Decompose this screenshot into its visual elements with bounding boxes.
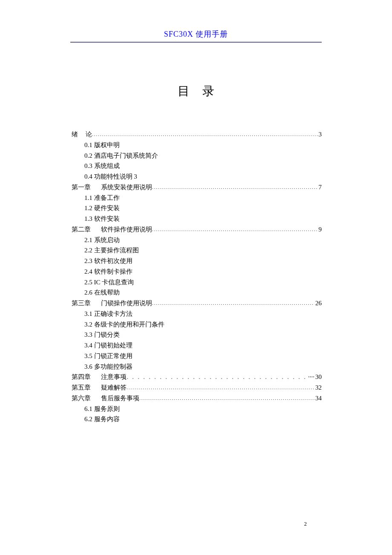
toc-leader-dots: ........................................… <box>139 394 314 402</box>
toc-intro: 绪 论 ....................................… <box>72 129 322 140</box>
toc-sub-item: 0.3 系统组成 <box>84 161 322 171</box>
toc-chapter-1: 第一章 系统安装使用说明 ...........................… <box>72 182 322 193</box>
document-header: SFC30X 使用手册 <box>70 0 322 43</box>
toc-chapter-label: 第六章 <box>72 393 91 404</box>
toc-leader-circles: 。。。。。。。。。。。。。。。。。。。。。。。。。。。。。。。。。。。。。。。。… <box>127 374 307 381</box>
toc-page-number: 34 <box>315 393 322 404</box>
toc-sub-item: 2.6 在线帮助 <box>84 287 322 298</box>
toc-sub-item: 3.6 多功能控制器 <box>84 361 322 372</box>
toc-chapter-label: 绪 <box>72 129 86 140</box>
toc-chapter-label: 第四章 <box>72 372 91 382</box>
toc-leader-dots: ........................................… <box>152 299 314 307</box>
toc-main-title: 目录 <box>0 83 392 99</box>
toc-sub-item: 3.2 各级卡的使用和开门条件 <box>84 319 322 330</box>
toc-chapter-title: 系统安装使用说明 <box>101 182 152 193</box>
toc-leader-dots: ........................................… <box>92 130 318 138</box>
toc-chapter-3: 第三章 门锁操作使用说明 ...........................… <box>72 298 322 309</box>
table-of-contents: 绪 论 ....................................… <box>72 129 322 425</box>
toc-chapter-5: 第五章 疑难解答 ...............................… <box>72 382 322 393</box>
toc-sub-item: 6.2 服务内容 <box>84 414 322 425</box>
toc-chapter-title: 软件操作使用说明 <box>101 224 152 235</box>
toc-page-number: 30 <box>315 372 322 382</box>
toc-chapter-label: 第五章 <box>72 382 91 393</box>
toc-sub-item: 2.3 软件初次使用 <box>84 256 322 266</box>
toc-chapter-title: 疑难解答 <box>101 382 127 393</box>
toc-sub-item: 2.4 软件制卡操作 <box>84 266 322 277</box>
toc-sub-item: 6.1 服务原则 <box>84 404 322 414</box>
toc-page-number: 9 <box>319 224 322 235</box>
toc-page-number: 26 <box>315 298 322 309</box>
toc-sub-item: 3.5 门锁正常使用 <box>84 351 322 361</box>
toc-sub-item: 2.2 主要操作流程图 <box>84 245 322 256</box>
toc-sub-item: 1.2 硬件安装 <box>84 203 322 214</box>
toc-sub-item: 0.2 酒店电子门锁系统简介 <box>84 150 322 161</box>
toc-chapter-label: 第二章 <box>72 224 91 235</box>
toc-page-number: 32 <box>315 382 322 393</box>
page-number: 2 <box>304 520 307 527</box>
toc-page-number: 3 <box>319 129 322 140</box>
toc-chapter-title: 论 <box>86 129 92 140</box>
toc-leader-dots: ........................................… <box>127 384 314 391</box>
toc-sub-item: 0.4 功能特性说明 3 <box>84 171 322 182</box>
toc-sub-item: 3.1 正确读卡方法 <box>84 309 322 319</box>
toc-chapter-4: 第四章 注意事项 。。。。。。。。。。。。。。。。。。。。。。。。。。。。。。。… <box>72 372 322 382</box>
toc-sub-item: 3.3 门锁分类 <box>84 330 322 340</box>
toc-chapter-2: 第二章 软件操作使用说明 ...........................… <box>72 224 322 235</box>
toc-chapter-6: 第六章 售后服务事项 .............................… <box>72 393 322 404</box>
toc-page-prefix: ···· <box>308 372 314 382</box>
toc-chapter-title: 售后服务事项 <box>101 393 139 404</box>
toc-chapter-label: 第一章 <box>72 182 91 193</box>
toc-chapter-title: 门锁操作使用说明 <box>101 298 152 309</box>
toc-page-number: 7 <box>319 182 322 193</box>
header-title: SFC30X 使用手册 <box>164 30 228 38</box>
toc-sub-item: 0.1 版权申明 <box>84 140 322 150</box>
toc-sub-item: 1.3 软件安装 <box>84 214 322 224</box>
toc-leader-dots: ........................................… <box>152 183 318 191</box>
toc-sub-item: 1.1 准备工作 <box>84 193 322 203</box>
toc-sub-item: 3.4 门锁初始处理 <box>84 340 322 351</box>
toc-chapter-label: 第三章 <box>72 298 91 309</box>
toc-chapter-title: 注意事项 <box>101 372 127 382</box>
toc-leader-dots: ........................................… <box>152 225 318 233</box>
toc-sub-item: 2.1 系统启动 <box>84 235 322 246</box>
toc-sub-item: 2.5 IC 卡信息查询 <box>84 277 322 288</box>
